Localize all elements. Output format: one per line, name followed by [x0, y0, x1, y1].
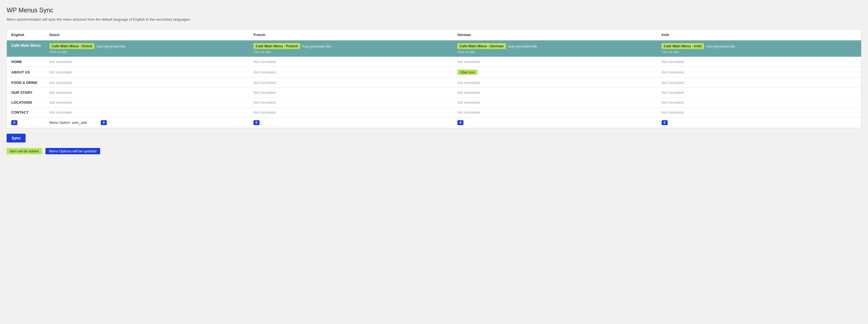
french-auto-label: Auto-generated title. [303, 44, 332, 48]
german-locations: Not translated [453, 98, 657, 107]
german-home: Not translated [453, 57, 657, 67]
legend-menu-options-updated: Menu Options will be updated [45, 148, 100, 154]
auto-add-label-cell: Menu Option: auto_add 0 [45, 118, 249, 128]
french-contact: Not translated [249, 107, 453, 118]
english-our-story: OUR STORY [7, 88, 45, 98]
german-auto-label: Auto-generated title. [508, 44, 538, 48]
french-menu-title-cell[interactable]: Cafe Main Menu - French Auto-generated t… [249, 40, 453, 57]
irish-menu-title-cell[interactable]: Cafe Main Menu - Irish Auto-generated ti… [657, 40, 861, 57]
irish-auto-add-badge-cell: 0 [657, 118, 861, 128]
german-auto-add-badge: 0 [457, 120, 463, 125]
irish-locations: Not translated [657, 98, 861, 107]
dutch-auto-add-badge: 0 [101, 120, 107, 125]
german-food-drink: Not translated [453, 78, 657, 88]
english-locations: LOCATIONS [7, 98, 45, 107]
table-row: FOOD & DRINK Not translated Not translat… [7, 78, 861, 88]
menus-sync-table: English Dutch French German Irish Cafe M… [7, 29, 861, 128]
irish-food-drink: Not translated [657, 78, 861, 88]
irish-click-to-edit[interactable]: Click to edit. [661, 50, 857, 54]
german-about-us: Über uns [453, 67, 657, 78]
table-row: ABOUT US Not translated Not translated Ü… [7, 67, 861, 78]
dutch-food-drink: Not translated [45, 78, 249, 88]
irish-auto-add-badge: 0 [661, 120, 668, 125]
dutch-contact: Not translated [45, 107, 249, 118]
irish-our-story: Not translated [657, 88, 861, 98]
german-click-to-edit[interactable]: Click to edit. [457, 50, 652, 54]
col-header-dutch: Dutch [45, 29, 249, 40]
irish-auto-label: Auto-generated title. [706, 44, 736, 48]
auto-add-label: Menu Option: auto_add [50, 121, 87, 125]
irish-title-badge[interactable]: Cafe Main Menu - Irish [661, 43, 704, 49]
german-contact: Not translated [453, 107, 657, 118]
table-row: HOME Not translated Not translated Not t… [7, 57, 861, 67]
irish-home: Not translated [657, 57, 861, 67]
french-auto-add-badge-cell: 0 [249, 118, 453, 128]
dutch-locations: Not translated [45, 98, 249, 107]
english-auto-add-badge-cell: 0 [7, 118, 45, 128]
english-home: HOME [7, 57, 45, 67]
english-food-drink: FOOD & DRINK [7, 78, 45, 88]
german-our-story: Not translated [453, 88, 657, 98]
german-title-badge[interactable]: Cafe Main Menu - German [457, 43, 506, 49]
col-header-english: English [7, 29, 45, 40]
legend-item-added: Item will be added [7, 148, 42, 154]
dutch-home: Not translated [45, 57, 249, 67]
table-row: LOCATIONS Not translated Not translated … [7, 98, 861, 107]
english-contact: CONTACT [7, 107, 45, 118]
french-home: Not translated [249, 57, 453, 67]
irish-contact: Not translated [657, 107, 861, 118]
dutch-our-story: Not translated [45, 88, 249, 98]
dutch-about-us: Not translated [45, 67, 249, 78]
page-title: WP Menus Sync [7, 7, 861, 14]
menu-title-row: Cafe Main Menu Cafe Main Menu - Dutch Au… [7, 40, 861, 57]
english-about-us: ABOUT US [7, 67, 45, 78]
dutch-menu-title-cell[interactable]: Cafe Main Menu - Dutch Auto-generated ti… [45, 40, 249, 57]
french-click-to-edit[interactable]: Click to edit. [253, 50, 448, 54]
page-subtitle: Menu synchronization will sync the menu … [7, 17, 861, 22]
german-menu-title-cell[interactable]: Cafe Main Menu - German Auto-generated t… [453, 40, 657, 57]
sync-button[interactable]: Sync [7, 134, 26, 142]
irish-about-us: Not translated [657, 67, 861, 78]
french-our-story: Not translated [249, 88, 453, 98]
col-header-french: French [249, 29, 453, 40]
table-row: OUR STORY Not translated Not translated … [7, 88, 861, 98]
french-about-us: Not translated [249, 67, 453, 78]
english-auto-add-badge: 0 [11, 120, 17, 125]
french-food-drink: Not translated [249, 78, 453, 88]
dutch-click-to-edit[interactable]: Click to edit. [50, 50, 245, 54]
legend-row: Item will be added Menu Options will be … [7, 148, 861, 154]
french-locations: Not translated [249, 98, 453, 107]
table-row: CONTACT Not translated Not translated No… [7, 107, 861, 118]
dutch-title-badge[interactable]: Cafe Main Menu - Dutch [50, 43, 94, 49]
german-auto-add-badge-cell: 0 [453, 118, 657, 128]
english-menu-name: Cafe Main Menu [7, 40, 45, 57]
french-title-badge[interactable]: Cafe Main Menu - French [253, 43, 300, 49]
dutch-auto-label: Auto-generated title. [97, 44, 126, 48]
col-header-german: German [453, 29, 657, 40]
auto-add-row: 0 Menu Option: auto_add 0 0 0 0 [7, 118, 861, 128]
col-header-irish: Irish [657, 29, 861, 40]
french-auto-add-badge: 0 [253, 120, 259, 125]
